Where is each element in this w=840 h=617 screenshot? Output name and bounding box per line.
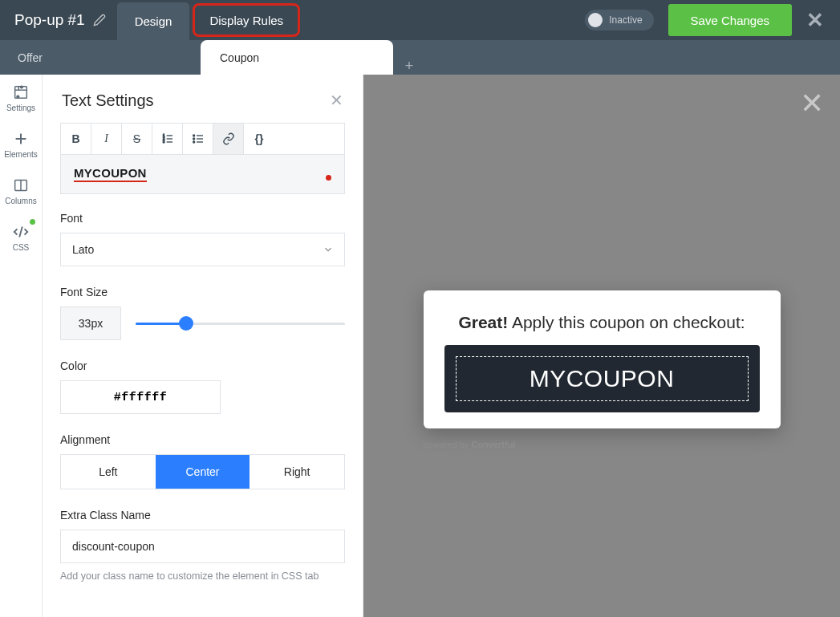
bold-button[interactable]: B (61, 124, 91, 154)
align-left-button[interactable]: Left (61, 455, 156, 489)
panel-close-icon[interactable]: ✕ (330, 91, 343, 110)
color-input[interactable]: #ffffff (60, 380, 221, 414)
extra-class-label: Extra Class Name (60, 509, 345, 522)
sidebar-columns[interactable]: Columns (0, 168, 42, 214)
ordered-list-button[interactable]: 123 (152, 124, 183, 154)
sidebar-css[interactable]: CSS (0, 214, 42, 261)
ul-icon (192, 132, 205, 145)
slider-thumb[interactable] (179, 316, 193, 331)
font-size-value[interactable]: 33px (60, 306, 121, 340)
extra-class-input[interactable] (60, 530, 345, 563)
subtab-offer[interactable]: Offer (0, 40, 201, 75)
preview-close-icon[interactable]: ✕ (800, 89, 824, 118)
pencil-icon[interactable] (93, 14, 106, 26)
link-button[interactable] (213, 124, 244, 154)
popup-heading: Great! Apply this coupon on checkout: (444, 313, 760, 332)
sidebar-columns-label: Columns (5, 197, 36, 205)
svg-point-3 (21, 86, 23, 88)
alignment-label: Alignment (60, 433, 345, 446)
ol-icon: 123 (161, 132, 174, 145)
color-label: Color (60, 359, 345, 372)
svg-point-21 (193, 141, 194, 143)
css-indicator-dot (30, 219, 35, 225)
popup-heading-strong: Great! (458, 313, 508, 331)
svg-line-9 (19, 227, 22, 237)
powered-by: powered by Convertful (424, 440, 781, 449)
add-tab-button[interactable]: + (393, 58, 425, 75)
columns-icon (12, 177, 30, 194)
sidebar-css-label: CSS (13, 243, 30, 252)
settings-icon (12, 83, 30, 101)
rte-toolbar: B I S 123 {} (60, 123, 345, 154)
plus-icon (12, 130, 30, 148)
tab-design[interactable]: Design (117, 2, 190, 40)
sidebar-elements-label: Elements (4, 150, 38, 159)
powered-brand[interactable]: Convertful (471, 440, 515, 449)
subtab-coupon[interactable]: Coupon (201, 40, 393, 75)
preview-canvas: ✕ Great! Apply this coupon on checkout: … (363, 75, 840, 617)
sidebar-settings-label: Settings (6, 104, 35, 112)
popup-title-text: Pop-up #1 (14, 11, 85, 29)
popup-title: Pop-up #1 (0, 11, 117, 29)
active-toggle[interactable]: Inactive (585, 10, 653, 30)
extra-class-hint: Add your class name to customize the ele… (60, 570, 345, 584)
svg-point-20 (193, 138, 194, 140)
close-icon[interactable]: ✕ (806, 8, 824, 33)
svg-point-19 (193, 135, 194, 136)
rte-indicator-dot (326, 175, 331, 181)
unordered-list-button[interactable] (183, 124, 213, 154)
font-label: Font (60, 212, 345, 225)
popup-preview-card: Great! Apply this coupon on checkout: MY… (424, 290, 781, 428)
sidebar-elements[interactable]: Elements (0, 121, 42, 168)
tab-display-rules[interactable]: Display Rules (193, 3, 300, 37)
svg-text:3: 3 (163, 140, 165, 144)
svg-point-4 (17, 95, 19, 98)
coupon-code: MYCOUPON (456, 356, 749, 401)
save-button[interactable]: Save Changes (668, 4, 792, 36)
panel-title: Text Settings (62, 91, 154, 110)
font-select[interactable]: Lato (60, 233, 345, 266)
sidebar-settings[interactable]: Settings (0, 75, 42, 121)
align-center-button[interactable]: Center (156, 455, 250, 489)
rte-editor[interactable]: MYCOUPON (60, 154, 345, 194)
toggle-knob (588, 13, 603, 27)
popup-heading-rest: Apply this coupon on checkout: (508, 313, 745, 331)
link-icon (222, 132, 235, 145)
font-size-slider[interactable] (136, 323, 345, 325)
font-size-label: Font Size (60, 286, 345, 298)
align-right-button[interactable]: Right (250, 455, 344, 489)
italic-button[interactable]: I (91, 124, 122, 154)
code-braces-button[interactable]: {} (244, 124, 274, 154)
coupon-box[interactable]: MYCOUPON (444, 345, 760, 412)
code-icon (12, 223, 30, 241)
rte-text-value: MYCOUPON (74, 166, 147, 182)
strike-button[interactable]: S (122, 124, 152, 154)
toggle-label: Inactive (609, 14, 642, 26)
